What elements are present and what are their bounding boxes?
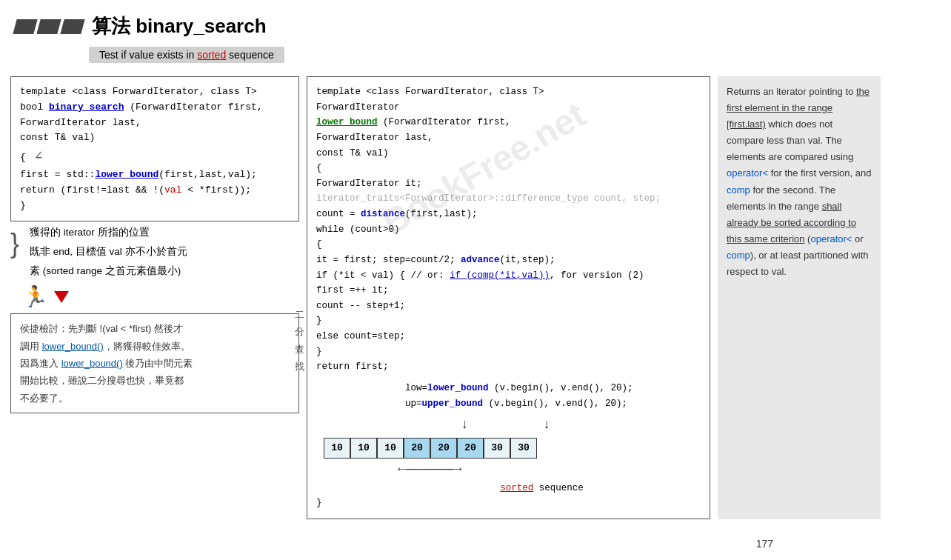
right-code-box: template <class ForwardIterator, class T… [307, 76, 710, 519]
rp-text3: for the first version, and [768, 167, 871, 179]
rc-line4: ForwardIterator last, [316, 130, 701, 146]
cell-4: 20 [430, 438, 457, 459]
rc-line18: } [316, 344, 701, 360]
rp-op-less2: operator< [810, 233, 852, 244]
rp-op-less: operator< [727, 167, 768, 179]
cell-7: 30 [510, 438, 537, 459]
l2-pre: bool [20, 101, 49, 113]
brace-annotation-area: } 獲得的 iterator 所指的位置 既非 end, 目標值 val 亦不小… [10, 223, 299, 280]
rc-line3: lower_bound (ForwardIterator first, [316, 115, 701, 130]
icon-para-1 [13, 19, 37, 34]
ann-line1: 獲得的 iterator 所指的位置 [30, 223, 187, 242]
binary-search-name: binary_search [49, 101, 124, 113]
rc-line13: if (*it < val) { // or: if (comp(*it,val… [316, 268, 701, 284]
rc-line5: const T& val) [316, 146, 701, 161]
left-code-line8: } [20, 199, 290, 214]
icon-para-3 [60, 19, 84, 34]
left-code-line6: first = std::lower_bound(first,last,val)… [20, 167, 290, 183]
note-line2: 調用 lower_bound()，將獲得較佳效率。 [20, 338, 290, 355]
subtitle-text: Test if value exists in [99, 49, 197, 61]
lower-bound-ref: lower_bound [95, 169, 158, 180]
rc-line11: { [316, 237, 701, 253]
rc-line15: count -- step+1; [316, 299, 701, 314]
annotation-text: 獲得的 iterator 所指的位置 既非 end, 目標值 val 亦不小於首… [30, 223, 187, 280]
middle-panel: template <class ForwardIterator, class T… [307, 76, 710, 519]
rc-line2: ForwardIterator [316, 100, 701, 116]
rc-line19: return first; [316, 359, 701, 375]
rc-line7: ForwardIterator it; [316, 176, 701, 192]
rp-text1: Returns an iterator pointing to [727, 86, 856, 97]
arrow-down-2: ↓ [543, 414, 551, 436]
cell-3: 20 [404, 438, 430, 459]
rc-line6: { [316, 161, 701, 176]
cell-1: 10 [350, 438, 377, 459]
rc-line14: first =++ it; [316, 283, 701, 299]
sc-2: 分 [295, 323, 304, 340]
array-viz: 10 10 10 20 20 20 30 30 ←——————→ sorted … [324, 438, 701, 496]
left-code-line1: template <class ForwardIterator, class T… [20, 84, 290, 100]
arrows-section: ↓ ↓ [461, 414, 701, 436]
rc-line16: } [316, 313, 701, 329]
triangle-red-icon [54, 291, 69, 303]
rp-comp2: comp [727, 250, 750, 261]
sc-3: 查 [295, 341, 304, 358]
array-cells: 10 10 10 20 20 20 30 30 [324, 438, 701, 459]
subtitle-sorted: sorted [197, 49, 226, 61]
rc-line12: it = first; step=count/2; advance(it,ste… [316, 253, 701, 268]
rc-line8: iterator_traits<ForwardIterator>::differ… [316, 191, 701, 207]
rc-line17: else count=step; [316, 329, 701, 344]
header-icons [15, 19, 83, 34]
bracket-area: ←——————→ [398, 459, 701, 481]
right-panel: Returns an iterator pointing to the firs… [718, 76, 881, 519]
left-code-line5: { ∠ [20, 146, 290, 167]
left-panel: template <class ForwardIterator, class T… [10, 76, 299, 519]
header: 算法 binary_search [0, 0, 951, 44]
subtitle-rest: sequence [226, 49, 274, 61]
left-code-box: template <class ForwardIterator, class T… [10, 76, 299, 221]
lb-calls-section: low=lower_bound (v.begin(), v.end(), 20)… [405, 381, 701, 411]
l6-pre: first = std:: [20, 169, 95, 180]
l2-post: (ForwardIterator first, [124, 101, 262, 113]
note-box: 侯捷檢討：先判斷 !(val < *first) 然後才 調用 lower_bo… [10, 313, 299, 413]
sc-1: 二 [295, 306, 304, 323]
rc-line9: count = distance(first,last); [316, 207, 701, 222]
rc-line1: template <class ForwardIterator, class T… [316, 84, 701, 100]
figure-man-icon: 🏃 [22, 284, 48, 309]
left-code-line7: return (first!=last && !(val < *first)); [20, 183, 290, 199]
lb-up: up=upper_bound (v.begin(), v.end(), 20); [405, 396, 701, 412]
note-line4: 開始比較，雖說二分搜尋也快，畢竟都 [20, 372, 290, 389]
left-code-line4: const T& val) [20, 130, 290, 146]
angle-symbol: ∠ [35, 149, 43, 164]
note-line1: 侯捷檢討：先判斷 !(val < *first) 然後才 [20, 320, 290, 337]
icon-para-2 [36, 19, 61, 34]
page-number: 177 [756, 538, 773, 550]
left-code-line2: bool binary_search (ForwardIterator firs… [20, 100, 290, 116]
cell-5: 20 [457, 438, 484, 459]
l6-post: (first,last,val); [158, 169, 257, 180]
curly-brace: } [10, 230, 19, 280]
left-code-line3: ForwardIterator last, [20, 116, 290, 131]
note-line5: 不必要了。 [20, 390, 290, 407]
ann-line3: 素 (sorted range 之首元素值最小) [30, 261, 187, 281]
sorted-label: sorted sequence [383, 481, 701, 496]
note-line3: 因爲進入 lower_bound() 後乃由中間元素 [20, 355, 290, 372]
cell-6: 30 [484, 438, 510, 459]
page-title: 算法 binary_search [92, 13, 267, 39]
rp-comp: comp [727, 184, 750, 196]
rc-line10: while (count>0) [316, 222, 701, 238]
sc-4: 找 [295, 358, 304, 375]
ann-line2: 既非 end, 目標值 val 亦不小於首元 [30, 242, 187, 261]
subtitle-box: Test if value exists in sorted sequence [89, 47, 284, 63]
cell-2: 10 [377, 438, 404, 459]
main-layout: template <class ForwardIterator, class T… [0, 76, 951, 519]
lb-low: low=lower_bound (v.begin(), v.end(), 20)… [405, 381, 701, 396]
rc-line20: } [316, 496, 701, 511]
rp-text6: or [852, 233, 863, 244]
arrow-down-1: ↓ [461, 414, 469, 436]
cell-0: 10 [324, 438, 350, 459]
side-chars: 二 分 查 找 [295, 306, 304, 376]
